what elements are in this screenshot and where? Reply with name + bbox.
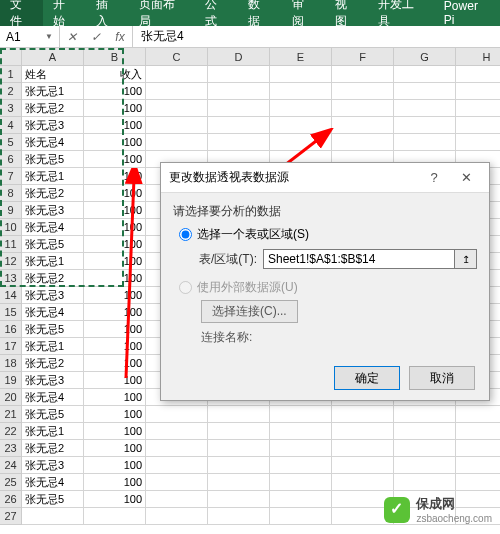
formula-input[interactable]: 张无忌4 — [133, 28, 192, 45]
cell[interactable]: 张无忌4 — [22, 134, 84, 151]
name-box[interactable]: A1 ▼ — [0, 26, 60, 47]
cell[interactable] — [394, 406, 456, 423]
row-header[interactable]: 17 — [0, 338, 22, 355]
row-header[interactable]: 13 — [0, 270, 22, 287]
cell[interactable]: 100 — [84, 287, 146, 304]
cell[interactable]: 100 — [84, 100, 146, 117]
cell[interactable] — [146, 117, 208, 134]
row-header[interactable]: 23 — [0, 440, 22, 457]
cell[interactable]: 张无忌5 — [22, 321, 84, 338]
cell[interactable]: 100 — [84, 457, 146, 474]
cell[interactable]: 100 — [84, 440, 146, 457]
ribbon-tab[interactable]: 开发工具 — [368, 0, 434, 26]
row-header[interactable]: 6 — [0, 151, 22, 168]
cell[interactable]: 100 — [84, 236, 146, 253]
cell[interactable] — [146, 134, 208, 151]
ribbon-tab[interactable]: 数据 — [238, 0, 281, 26]
cell[interactable]: 收入 — [84, 66, 146, 83]
cell[interactable]: 姓名 — [22, 66, 84, 83]
ribbon-tab[interactable]: 审阅 — [282, 0, 325, 26]
cell[interactable] — [146, 508, 208, 525]
cell[interactable] — [208, 423, 270, 440]
row-header[interactable]: 16 — [0, 321, 22, 338]
cell[interactable]: 张无忌3 — [22, 372, 84, 389]
close-icon[interactable]: ✕ — [451, 168, 481, 188]
cell[interactable] — [208, 508, 270, 525]
cell[interactable]: 张无忌4 — [22, 389, 84, 406]
row-header[interactable]: 3 — [0, 100, 22, 117]
row-header[interactable]: 19 — [0, 372, 22, 389]
cell[interactable] — [270, 406, 332, 423]
cell[interactable]: 100 — [84, 389, 146, 406]
cell[interactable] — [270, 83, 332, 100]
cell[interactable] — [270, 134, 332, 151]
cell[interactable]: 100 — [84, 83, 146, 100]
cell[interactable]: 张无忌3 — [22, 457, 84, 474]
row-header[interactable]: 25 — [0, 474, 22, 491]
cell[interactable]: 100 — [84, 355, 146, 372]
column-header[interactable]: C — [146, 48, 208, 66]
cell[interactable]: 张无忌1 — [22, 253, 84, 270]
cell[interactable] — [146, 66, 208, 83]
cell[interactable] — [270, 457, 332, 474]
radio-select-range[interactable] — [179, 228, 192, 241]
ribbon-tab[interactable]: 插入 — [86, 0, 129, 26]
cell[interactable] — [208, 66, 270, 83]
cell[interactable] — [270, 474, 332, 491]
cell[interactable] — [146, 474, 208, 491]
help-icon[interactable]: ? — [419, 168, 449, 188]
column-header[interactable]: H — [456, 48, 500, 66]
ok-button[interactable]: 确定 — [334, 366, 400, 390]
cell[interactable] — [394, 117, 456, 134]
cell[interactable]: 100 — [84, 168, 146, 185]
cell[interactable]: 张无忌1 — [22, 168, 84, 185]
cell[interactable]: 张无忌2 — [22, 185, 84, 202]
cell[interactable] — [208, 117, 270, 134]
cell[interactable]: 张无忌5 — [22, 406, 84, 423]
cell[interactable] — [208, 440, 270, 457]
cell[interactable]: 100 — [84, 117, 146, 134]
cell[interactable] — [394, 440, 456, 457]
cell[interactable]: 100 — [84, 338, 146, 355]
cell[interactable] — [332, 457, 394, 474]
cell[interactable] — [332, 406, 394, 423]
cell[interactable]: 张无忌5 — [22, 236, 84, 253]
range-picker-icon[interactable]: ↥ — [455, 249, 477, 269]
row-header[interactable]: 20 — [0, 389, 22, 406]
row-header[interactable]: 18 — [0, 355, 22, 372]
cell[interactable] — [84, 508, 146, 525]
row-header[interactable]: 26 — [0, 491, 22, 508]
column-header[interactable]: F — [332, 48, 394, 66]
cell[interactable] — [456, 117, 500, 134]
cancel-formula-icon[interactable]: ✕ — [60, 26, 84, 47]
cell[interactable] — [208, 474, 270, 491]
cell[interactable] — [270, 491, 332, 508]
fx-icon[interactable]: fx — [108, 26, 132, 47]
cell[interactable]: 张无忌4 — [22, 474, 84, 491]
row-header[interactable]: 8 — [0, 185, 22, 202]
cell[interactable]: 张无忌3 — [22, 202, 84, 219]
cell[interactable]: 100 — [84, 253, 146, 270]
cell[interactable] — [146, 423, 208, 440]
select-all-corner[interactable] — [0, 48, 22, 66]
cell[interactable] — [332, 117, 394, 134]
ribbon-tab[interactable]: Power Pi — [434, 0, 500, 26]
cell[interactable]: 100 — [84, 372, 146, 389]
cell[interactable] — [456, 440, 500, 457]
row-header[interactable]: 22 — [0, 423, 22, 440]
row-header[interactable]: 14 — [0, 287, 22, 304]
cell[interactable]: 100 — [84, 185, 146, 202]
row-header[interactable]: 24 — [0, 457, 22, 474]
column-header[interactable]: D — [208, 48, 270, 66]
cell[interactable]: 100 — [84, 304, 146, 321]
cell[interactable]: 100 — [84, 151, 146, 168]
cell[interactable]: 张无忌4 — [22, 219, 84, 236]
cell[interactable] — [22, 508, 84, 525]
cell[interactable] — [394, 66, 456, 83]
dialog-titlebar[interactable]: 更改数据透视表数据源 ? ✕ — [161, 163, 489, 193]
cell[interactable]: 100 — [84, 406, 146, 423]
cell[interactable]: 100 — [84, 202, 146, 219]
cell[interactable]: 张无忌3 — [22, 117, 84, 134]
row-header[interactable]: 11 — [0, 236, 22, 253]
cell[interactable] — [456, 100, 500, 117]
